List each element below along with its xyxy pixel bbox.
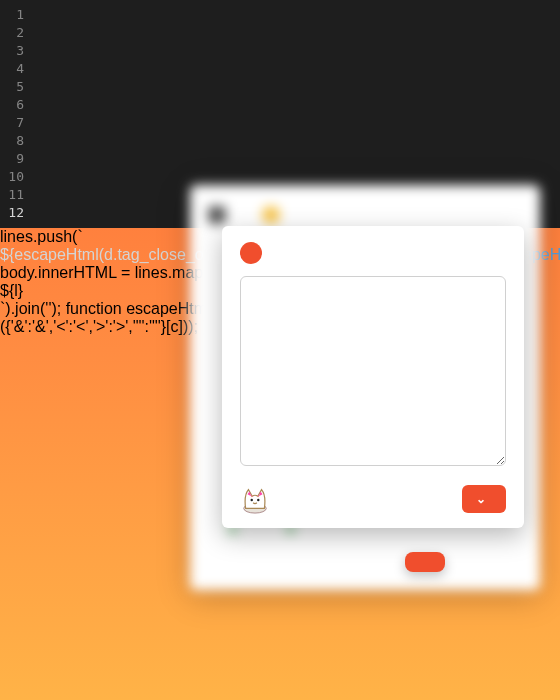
feedback-popup: ⌄ [222, 226, 524, 528]
chevron-down-icon: ⌄ [476, 492, 486, 506]
submit-button[interactable]: ⌄ [462, 485, 506, 513]
svg-point-1 [251, 499, 253, 501]
step-badge [240, 242, 262, 264]
feedback-toggle-button[interactable] [405, 552, 445, 572]
feedback-textarea[interactable] [240, 276, 506, 466]
svg-point-2 [257, 499, 259, 501]
mascot-icon [240, 484, 270, 514]
line-number-gutter: 123456789101112 [0, 6, 34, 222]
